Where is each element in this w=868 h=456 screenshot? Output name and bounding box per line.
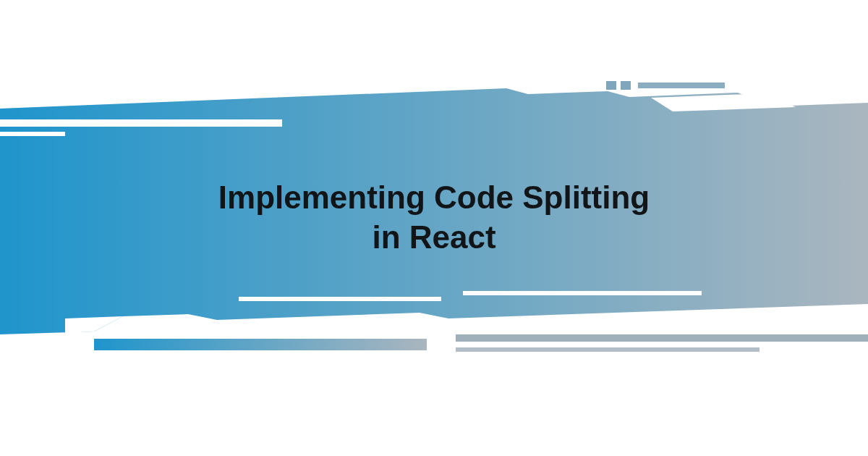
svg-rect-4: [638, 83, 725, 88]
svg-rect-9: [94, 339, 427, 350]
svg-rect-7: [463, 291, 702, 295]
hero-banner: Implementing Code Splitting in React: [0, 80, 868, 355]
svg-marker-8: [65, 316, 123, 333]
svg-rect-1: [0, 132, 65, 136]
svg-rect-6: [239, 297, 441, 301]
title-line-1: Implementing Code Splitting: [218, 180, 650, 215]
svg-rect-10: [456, 334, 868, 342]
svg-rect-11: [456, 347, 760, 352]
svg-rect-2: [606, 81, 616, 90]
svg-rect-0: [0, 119, 282, 127]
page-title: Implementing Code Splitting in React: [109, 177, 760, 257]
title-line-2: in React: [372, 219, 495, 255]
svg-rect-3: [621, 81, 631, 90]
